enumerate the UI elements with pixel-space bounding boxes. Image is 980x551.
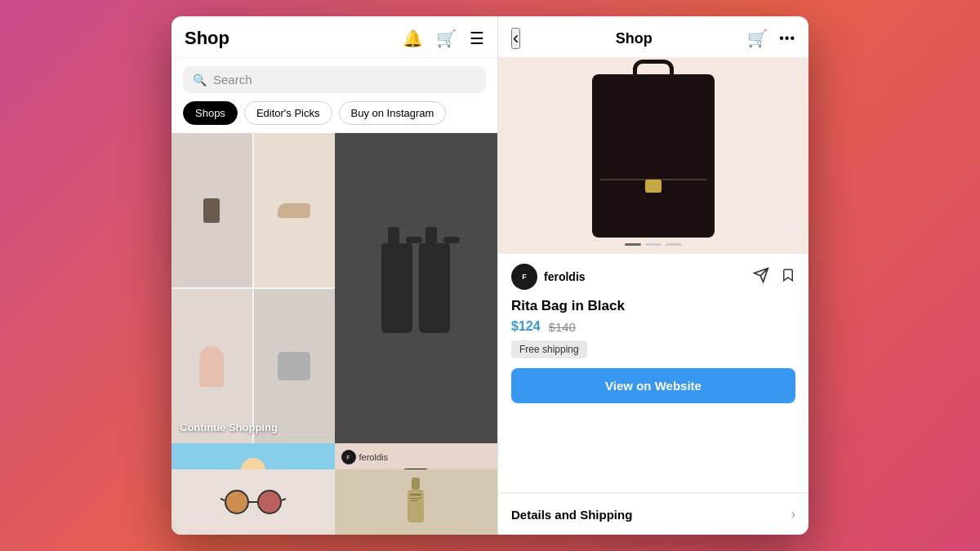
left-panel: Shop 🔔 🛒 ☰ 🔍 Search Shops Editor's Picks… — [172, 16, 498, 535]
sweater-icon — [278, 352, 310, 380]
right-panel: ‹ Shop 🛒 ••• — [498, 16, 808, 535]
cart-icon-right[interactable]: 🛒 — [747, 30, 768, 47]
svg-rect-9 — [410, 494, 421, 495]
svg-rect-10 — [410, 498, 421, 499]
view-website-button[interactable]: View on Website — [511, 368, 795, 403]
phone-container: Shop 🔔 🛒 ☰ 🔍 Search Shops Editor's Picks… — [172, 16, 808, 535]
right-header-icons: 🛒 ••• — [747, 30, 795, 47]
seller-info: F feroldis — [511, 264, 586, 290]
shipping-badge: Free shipping — [511, 340, 587, 358]
right-header: ‹ Shop 🛒 ••• — [498, 16, 808, 58]
tab-shops[interactable]: Shops — [183, 101, 238, 125]
seller-avatar: F — [511, 264, 537, 290]
menu-icon[interactable]: ☰ — [470, 30, 484, 47]
tab-editors-picks[interactable]: Editor's Picks — [244, 101, 332, 125]
chevron-right-icon: › — [791, 507, 795, 522]
sunglasses-icon — [220, 486, 286, 518]
spray-bottles-visual — [381, 243, 450, 333]
seller-actions — [753, 267, 795, 287]
spray-bottle-2 — [419, 243, 450, 333]
price-sale: $124 — [511, 319, 541, 334]
bag-body — [592, 123, 715, 238]
search-input[interactable]: Search — [213, 73, 252, 87]
sunglasses-row — [172, 469, 497, 535]
details-shipping-label: Details and Shipping — [511, 508, 632, 522]
dot-1[interactable] — [625, 243, 641, 246]
search-icon: 🔍 — [193, 73, 207, 87]
spray-bottles-cell[interactable] — [335, 133, 498, 443]
shoe-icon — [278, 203, 310, 218]
continue-shopping-cell[interactable]: Continue Shopping — [172, 133, 335, 443]
sunglasses-cell[interactable] — [172, 469, 335, 535]
continue-shopping-label: Continue Shopping — [180, 421, 278, 433]
price-row: $124 $140 — [511, 319, 795, 334]
bag-zipper-pull — [645, 180, 662, 193]
sponsored-seller-info: F feroldis — [341, 450, 388, 464]
mini-product-1 — [172, 133, 252, 287]
more-options-icon[interactable]: ••• — [779, 32, 795, 45]
left-header: Shop 🔔 🛒 ☰ — [172, 16, 497, 58]
cart-icon-left[interactable]: 🛒 — [436, 30, 457, 47]
bookmark-icon[interactable] — [781, 267, 795, 287]
svg-line-5 — [220, 499, 225, 500]
bell-icon[interactable]: 🔔 — [403, 30, 423, 47]
mini-product-3 — [172, 289, 252, 443]
dot-2[interactable] — [645, 243, 662, 246]
image-dots — [625, 243, 682, 246]
product-bag-visual — [584, 74, 723, 238]
product-name: Rita Bag in Black — [511, 298, 795, 314]
sponsored-seller-avatar: F — [341, 450, 356, 464]
tab-buy-on-instagram[interactable]: Buy on Instagram — [339, 101, 447, 125]
svg-rect-11 — [410, 500, 418, 501]
seller-name: feroldis — [544, 270, 586, 283]
svg-rect-7 — [412, 478, 420, 490]
mini-product-2 — [254, 133, 335, 287]
sponsored-seller-name: feroldis — [359, 452, 388, 462]
shop-title: Shop — [185, 28, 229, 49]
back-button[interactable]: ‹ — [511, 28, 520, 49]
seller-row: F feroldis — [511, 264, 795, 290]
details-shipping-row[interactable]: Details and Shipping › — [498, 493, 808, 535]
mini-product-4 — [254, 289, 335, 443]
bottle-cell[interactable] — [335, 469, 498, 535]
filter-tabs: Shops Editor's Picks Buy on Instagram — [172, 101, 497, 133]
search-bar[interactable]: 🔍 Search — [183, 66, 486, 93]
product-grid: Continue Shopping — [172, 133, 497, 469]
figure-icon — [199, 346, 224, 387]
bottle-icon — [403, 478, 428, 527]
right-shop-title: Shop — [616, 30, 653, 47]
sponsored-bag-cell[interactable]: F feroldis Sponsored — [335, 443, 498, 469]
product-image-area — [498, 58, 808, 254]
product-info: F feroldis R — [498, 254, 808, 493]
header-icons: 🔔 🛒 ☰ — [403, 30, 484, 47]
share-icon[interactable] — [753, 267, 769, 287]
dot-3[interactable] — [666, 243, 682, 246]
candle-icon — [203, 198, 220, 223]
yellow-outfit-cell[interactable] — [172, 443, 335, 469]
svg-line-6 — [282, 499, 286, 500]
spray-bottle-1 — [381, 243, 412, 333]
price-original: $140 — [549, 320, 576, 334]
